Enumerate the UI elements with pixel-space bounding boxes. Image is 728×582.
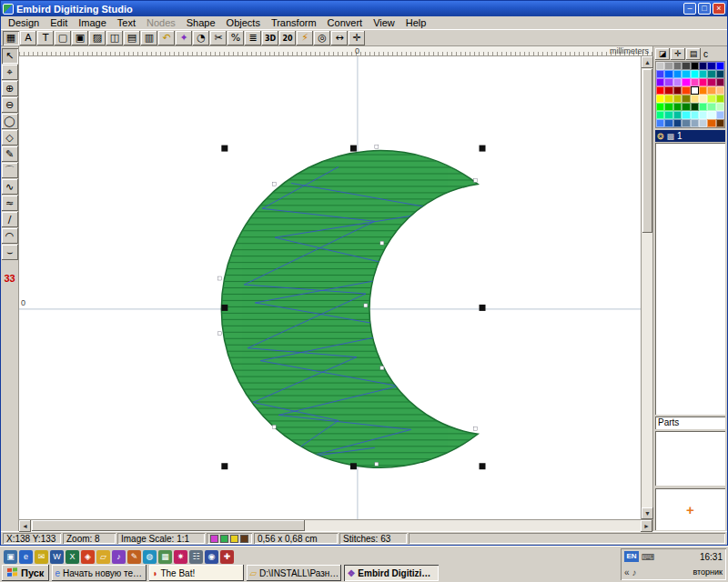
palette-cell[interactable] xyxy=(707,111,715,119)
palette-cell[interactable] xyxy=(707,103,715,111)
task-button[interactable]: ◗The Bat! xyxy=(149,565,244,581)
palette-cell[interactable] xyxy=(664,103,672,111)
handle-top-mid[interactable] xyxy=(350,146,357,152)
menu-item[interactable]: Edit xyxy=(45,16,73,29)
menu-item[interactable]: Objects xyxy=(221,16,266,29)
palette-cell[interactable] xyxy=(682,86,690,95)
quick-launch-icon[interactable]: ♪ xyxy=(112,550,126,564)
palette-cell[interactable] xyxy=(707,119,715,127)
toolbar-button[interactable]: ↶ xyxy=(158,31,175,45)
palette-cell[interactable] xyxy=(699,78,707,86)
palette-cell[interactable] xyxy=(673,78,682,86)
quick-launch-icon[interactable]: ◈ xyxy=(81,550,95,564)
keyboard-tray-icon[interactable]: ⌨ xyxy=(642,552,654,562)
palette-cell[interactable] xyxy=(716,86,724,95)
palette-cell[interactable] xyxy=(673,119,682,127)
palette-cell[interactable] xyxy=(682,103,690,111)
quick-launch-icon[interactable]: X xyxy=(66,550,79,564)
quick-launch-icon[interactable]: ▱ xyxy=(96,550,110,564)
toolbar-button[interactable]: ▥ xyxy=(141,31,157,45)
quick-launch-icon[interactable]: ✉ xyxy=(35,550,48,564)
menu-item[interactable]: Text xyxy=(112,16,141,29)
tray-collapse-chevron[interactable]: « xyxy=(624,567,630,577)
toolbar-button[interactable]: ◫ xyxy=(106,31,123,45)
task-button[interactable]: ❖Embird Digitizing Stud... xyxy=(344,565,439,581)
handle-top-right[interactable] xyxy=(480,146,486,152)
toolbar-button[interactable]: 20 xyxy=(279,31,296,45)
palette-cell[interactable] xyxy=(673,62,682,70)
palette-cell[interactable] xyxy=(673,111,682,119)
palette-cell[interactable] xyxy=(699,86,707,95)
vertical-scroll-thumb[interactable] xyxy=(642,69,652,233)
left-tool-button[interactable]: ∕ xyxy=(2,212,18,227)
left-tool-button[interactable]: ≈ xyxy=(2,196,18,211)
palette-cell[interactable] xyxy=(691,95,699,103)
palette-cell[interactable] xyxy=(716,119,724,127)
palette-cell[interactable] xyxy=(656,62,664,70)
left-tool-button[interactable]: ⌣ xyxy=(2,245,18,260)
layer-visibility-icon[interactable]: ❂ xyxy=(657,132,664,141)
left-tool-button[interactable]: ◠ xyxy=(2,228,18,244)
palette-cell[interactable] xyxy=(664,86,672,95)
palette-cell[interactable] xyxy=(716,111,724,119)
toolbar-button[interactable]: ⚡ xyxy=(297,31,313,45)
left-tool-button[interactable]: ∿ xyxy=(2,179,18,195)
quick-launch-icon[interactable]: ◍ xyxy=(143,550,157,564)
palette-cell[interactable] xyxy=(691,62,699,70)
palette-cell[interactable] xyxy=(699,111,707,119)
palette-cell[interactable] xyxy=(707,86,715,95)
palette-cell[interactable] xyxy=(682,70,690,78)
palette-cell[interactable] xyxy=(716,70,724,78)
scroll-left-button[interactable]: ◄ xyxy=(19,520,31,532)
palette-cell[interactable] xyxy=(656,103,664,111)
toolbar-button[interactable]: ▦ xyxy=(3,31,19,45)
horizontal-scrollbar[interactable]: ◄ ► xyxy=(19,519,652,531)
palette-cell[interactable] xyxy=(682,62,690,70)
palette-cell[interactable] xyxy=(656,119,664,127)
palette-cell[interactable] xyxy=(699,119,707,127)
close-button[interactable]: × xyxy=(713,3,725,15)
scroll-right-button[interactable]: ► xyxy=(641,520,652,532)
palette-cell[interactable] xyxy=(707,62,715,70)
handle-bottom-mid[interactable] xyxy=(350,463,357,469)
toolbar-button[interactable]: ▢ xyxy=(55,31,71,45)
toolbar-button[interactable]: ▣ xyxy=(72,31,88,45)
handle-mid-right[interactable] xyxy=(480,305,486,311)
parts-list[interactable] xyxy=(655,431,725,486)
task-button[interactable]: eНачать новую тему :: В... xyxy=(52,565,147,581)
quick-launch-icon[interactable]: ☷ xyxy=(189,550,203,564)
left-tool-button[interactable]: ⊖ xyxy=(2,97,18,113)
quick-launch-icon[interactable]: W xyxy=(50,550,64,564)
crescent-object[interactable] xyxy=(217,146,478,468)
palette-cell[interactable] xyxy=(699,62,707,70)
quick-launch-icon[interactable]: ✚ xyxy=(220,550,234,564)
palette-cell[interactable] xyxy=(691,70,699,78)
status-mode-icon[interactable] xyxy=(240,535,248,543)
toolbar-button[interactable]: 3D xyxy=(262,31,278,45)
toolbar-button[interactable]: ◎ xyxy=(314,31,330,45)
layer-row-selected[interactable]: ❂ ▩ 1 xyxy=(655,130,725,142)
palette-cell[interactable] xyxy=(656,78,664,86)
handle-top-left[interactable] xyxy=(221,146,228,152)
quick-launch-icon[interactable]: ▦ xyxy=(158,550,172,564)
horizontal-scroll-thumb[interactable] xyxy=(32,520,305,531)
menu-item[interactable]: Help xyxy=(400,16,432,29)
palette-cell[interactable] xyxy=(682,78,690,86)
quick-launch-icon[interactable]: ✷ xyxy=(174,550,187,564)
toolbar-button[interactable]: ↔ xyxy=(331,31,348,45)
palette-cell[interactable] xyxy=(673,70,682,78)
palette-cell[interactable] xyxy=(682,95,690,103)
menu-item[interactable]: View xyxy=(368,16,400,29)
quick-launch-icon[interactable]: ▣ xyxy=(4,550,17,564)
palette-tool-button[interactable]: ◪ xyxy=(655,48,670,60)
palette-cell[interactable] xyxy=(682,111,690,119)
menu-item[interactable]: Nodes xyxy=(141,16,181,29)
toolbar-button[interactable]: ✂ xyxy=(210,31,227,45)
scroll-down-button[interactable]: ▼ xyxy=(642,507,653,519)
toolbar-button[interactable]: ◔ xyxy=(193,31,209,45)
toolbar-button[interactable]: ▨ xyxy=(89,31,106,45)
menu-item[interactable]: Design xyxy=(3,16,45,29)
toolbar-button[interactable]: T xyxy=(37,31,54,45)
palette-cell[interactable] xyxy=(716,103,724,111)
quick-launch-icon[interactable]: ◉ xyxy=(205,550,218,564)
